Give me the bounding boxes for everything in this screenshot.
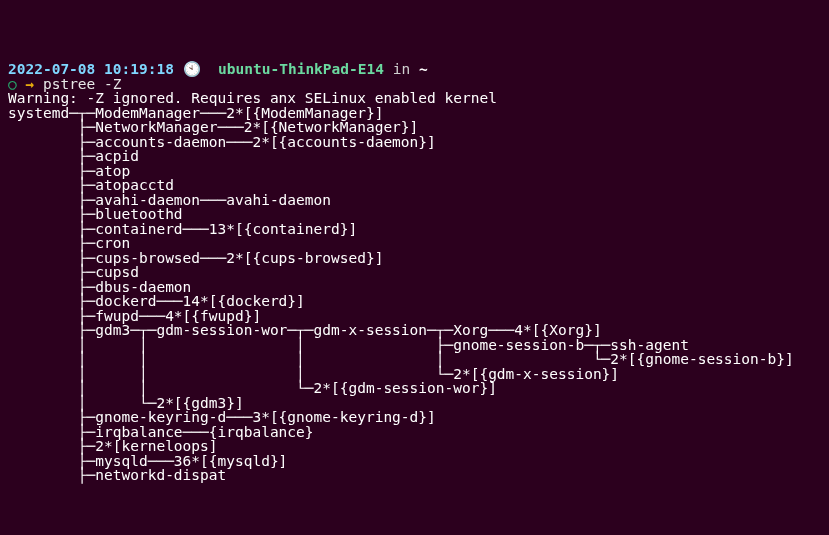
clock-icon: 🕙 (183, 61, 201, 77)
hostname: ubuntu-ThinkPad-E14 (218, 61, 384, 77)
cwd: ~ (419, 61, 428, 77)
tree-line: ├─networkd-dispat (8, 467, 226, 483)
terminal-screen[interactable]: 2022-07-08 10:19:18 🕙 ubuntu-ThinkPad-E1… (8, 62, 821, 483)
in-word: in (393, 61, 410, 77)
